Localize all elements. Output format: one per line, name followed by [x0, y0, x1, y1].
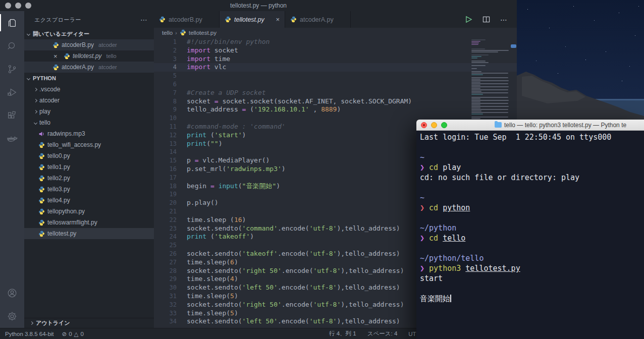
open-editor-atcoderB.py[interactable]: atcoderB.pyatcoder — [24, 39, 154, 50]
tree-item-tello0.py[interactable]: tello0.py — [24, 150, 154, 161]
code-line-5[interactable]: 5 — [154, 72, 517, 80]
outline-section-header[interactable]: アウトライン — [24, 318, 154, 328]
python-file-icon — [38, 231, 45, 237]
code-line-4[interactable]: 4import vlc — [154, 63, 517, 72]
terminal-cursor — [450, 295, 451, 302]
tree-item-telloswarmflight.py[interactable]: telloswarmflight.py — [24, 217, 154, 228]
close-button[interactable] — [421, 122, 427, 128]
code-line-1[interactable]: 1#!/usr/bin/env python — [154, 38, 517, 46]
chevron-icon — [34, 109, 37, 113]
minimize-button[interactable] — [15, 3, 21, 9]
line-number: 12 — [154, 131, 177, 140]
line-number: 11 — [154, 123, 177, 131]
tree-item-radwinps.mp3[interactable]: radwinps.mp3 — [24, 128, 154, 139]
code-line-7[interactable]: 7#Create a UDP socket — [154, 89, 517, 97]
terminal-line-8: ❯ cd python — [420, 203, 644, 213]
minimize-button[interactable] — [431, 122, 437, 128]
audio-file-icon — [38, 131, 45, 137]
tab-atcoderA.py[interactable]: atcoderA.py — [285, 11, 351, 28]
line-number: 1 — [154, 38, 177, 46]
line-number: 21 — [154, 207, 177, 216]
tree-item-tello2.py[interactable]: tello2.py — [24, 173, 154, 184]
close-icon[interactable]: × — [53, 52, 58, 60]
account-icon[interactable] — [0, 281, 24, 305]
project-section-header[interactable]: PYTHON — [24, 73, 154, 84]
extensions-icon[interactable] — [0, 104, 24, 127]
python-file-icon — [52, 42, 59, 48]
sidebar-more-actions-icon[interactable]: ⋯ — [140, 16, 148, 24]
line-number: 5 — [154, 72, 177, 80]
line-number: 13 — [154, 140, 177, 148]
line-number: 25 — [154, 241, 177, 250]
more-actions-icon[interactable]: ⋯ — [500, 16, 508, 24]
line-number: 33 — [154, 309, 177, 318]
zoom-button[interactable] — [25, 3, 31, 9]
mountain-scenery — [517, 0, 644, 121]
python-version-status[interactable]: Python 3.8.5 64-bit — [5, 331, 54, 337]
terminal-line-3: ~ — [420, 152, 644, 162]
scrollbar-thumb[interactable] — [511, 44, 516, 48]
line-number: 32 — [154, 301, 177, 309]
python-file-icon — [38, 175, 45, 182]
code-line-6[interactable]: 6 — [154, 80, 517, 89]
tree-item-atcoder[interactable]: atcoder — [24, 95, 154, 106]
line-number: 23 — [154, 224, 177, 233]
docker-icon[interactable] — [0, 127, 24, 150]
code-line-9[interactable]: 9tello_address = ('192.168.10.1' , 8889) — [154, 105, 517, 114]
tree-item-play[interactable]: play — [24, 106, 154, 117]
search-icon[interactable] — [0, 34, 24, 58]
source-control-icon[interactable] — [0, 58, 24, 81]
close-icon[interactable]: × — [276, 16, 280, 23]
warning-icon: △ — [74, 330, 79, 337]
tree-item-tello[interactable]: tello — [24, 117, 154, 128]
python-file-icon — [64, 53, 70, 60]
line-number: 19 — [154, 190, 177, 199]
code-line-2[interactable]: 2import socket — [154, 46, 517, 55]
split-editor-button[interactable] — [482, 16, 490, 23]
open-editor-tellotest.py[interactable]: ×tellotest.pytello — [24, 50, 154, 62]
line-number: 9 — [154, 105, 177, 114]
python-file-icon — [38, 153, 45, 159]
python-file-icon — [159, 16, 166, 23]
terminal-line-16 — [420, 284, 644, 294]
python-file-icon — [38, 197, 45, 204]
python-file-icon — [180, 29, 186, 37]
indentation-status[interactable]: スペース: 4 — [367, 330, 398, 337]
close-button[interactable] — [5, 3, 11, 9]
line-number: 14 — [154, 148, 177, 156]
terminal-line-12 — [420, 243, 644, 253]
settings-gear-icon[interactable] — [0, 305, 24, 328]
run-debug-icon[interactable] — [0, 81, 24, 104]
explorer-icon[interactable] — [0, 11, 24, 34]
cursor-position-status[interactable]: 行 4、列 1 — [329, 330, 356, 337]
line-number: 20 — [154, 199, 177, 207]
tree-item-tello3.py[interactable]: tello3.py — [24, 184, 154, 195]
terminal-line-2 — [420, 142, 644, 152]
tab-tellotest.py[interactable]: tellotest.py× — [220, 11, 285, 28]
terminal-line-13: ~/python/tello — [420, 253, 644, 263]
terminal-line-9 — [420, 213, 644, 223]
open-editors-section-header[interactable]: 開いているエディター — [24, 28, 154, 39]
breadcrumb-folder[interactable]: tello — [162, 30, 173, 36]
tree-item-tellopython.py[interactable]: tellopython.py — [24, 206, 154, 217]
python-file-icon — [38, 164, 45, 171]
run-python-file-button[interactable] — [465, 16, 472, 23]
line-number: 30 — [154, 284, 177, 292]
tree-item-tellotest.py[interactable]: tellotest.py — [24, 228, 154, 239]
tree-item-tello1.py[interactable]: tello1.py — [24, 161, 154, 173]
terminal-content[interactable]: Last login: Tue Sep 1 22:50:45 on ttys00… — [416, 131, 644, 339]
tree-item-tello4.py[interactable]: tello4.py — [24, 195, 154, 206]
tree-item-tello_wifi_access.py[interactable]: tello_wifi_access.py — [24, 139, 154, 150]
minimap[interactable] — [471, 39, 510, 130]
problems-status[interactable]: ⊘ 0 △ 0 — [62, 330, 84, 337]
code-line-8[interactable]: 8socket = socket.socket(socket.AF_INET, … — [154, 97, 517, 106]
vscode-titlebar[interactable]: tellotest.py — python — [0, 0, 517, 11]
breadcrumb-file[interactable]: tellotest.py — [189, 30, 217, 36]
python-file-icon — [52, 64, 59, 71]
tree-item-.vscode[interactable]: .vscode — [24, 84, 154, 95]
zoom-button[interactable] — [441, 122, 447, 128]
terminal-titlebar[interactable]: tello — tello: python3 tellotest.py — Py… — [416, 120, 644, 131]
open-editor-atcoderA.py[interactable]: atcoderA.pyatcoder — [24, 62, 154, 73]
code-line-3[interactable]: 3import time — [154, 55, 517, 64]
tab-atcoderB.py[interactable]: atcoderB.py — [154, 11, 220, 28]
